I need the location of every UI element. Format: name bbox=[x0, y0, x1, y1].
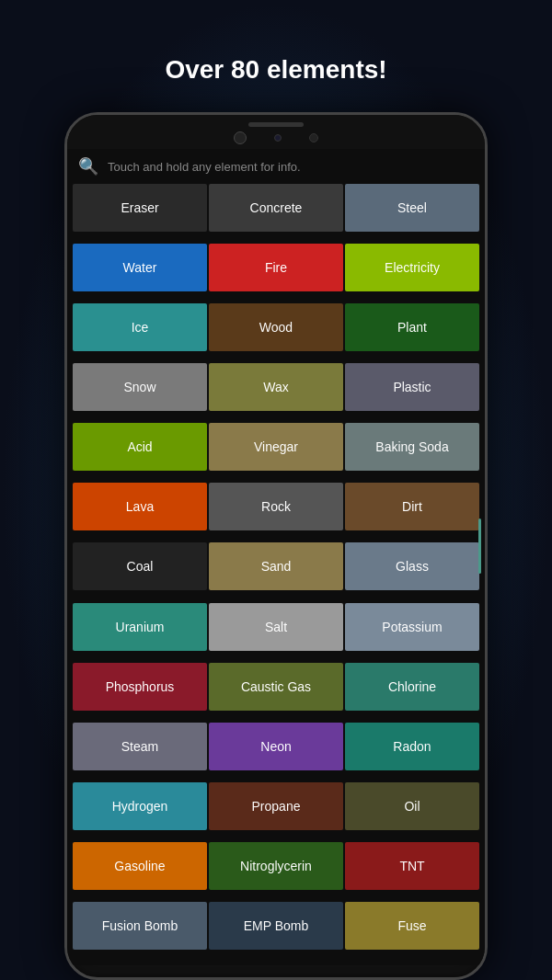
element-cell[interactable]: Eraser bbox=[73, 184, 207, 232]
phone-frame: 🔍 Touch and hold any element for info. E… bbox=[64, 112, 488, 980]
element-cell[interactable]: Dirt bbox=[345, 483, 479, 530]
element-cell[interactable]: Caustic Gas bbox=[209, 663, 343, 711]
element-cell[interactable]: Plant bbox=[345, 303, 479, 351]
notch-pill bbox=[248, 122, 304, 127]
element-cell[interactable]: Glass bbox=[345, 542, 479, 590]
element-cell[interactable]: Neon bbox=[209, 723, 343, 770]
element-cell[interactable]: Rock bbox=[209, 483, 343, 530]
speaker-dot bbox=[309, 133, 318, 142]
element-cell[interactable]: Nitroglycerin bbox=[209, 842, 343, 890]
element-cell[interactable]: Propane bbox=[209, 782, 343, 830]
element-cell[interactable]: Chlorine bbox=[345, 663, 479, 711]
phone-content: 🔍 Touch and hold any element for info. E… bbox=[67, 149, 485, 965]
camera-left bbox=[234, 131, 247, 144]
element-cell[interactable]: Fusion Bomb bbox=[73, 902, 207, 950]
element-cell[interactable]: Phosphorus bbox=[73, 663, 207, 711]
scrollbar-indicator[interactable] bbox=[478, 518, 481, 574]
element-cell[interactable]: Coal bbox=[73, 542, 207, 590]
element-cell[interactable]: Salt bbox=[209, 603, 343, 651]
element-cell[interactable]: Electricity bbox=[345, 244, 479, 291]
element-cell[interactable]: Vinegar bbox=[209, 423, 343, 471]
elements-grid: EraserConcreteSteelWaterFireElectricityI… bbox=[67, 184, 485, 965]
element-cell[interactable]: EMP Bomb bbox=[209, 902, 343, 950]
element-cell[interactable]: Gasoline bbox=[73, 842, 207, 890]
element-cell[interactable]: Sand bbox=[209, 542, 343, 590]
front-sensor bbox=[274, 134, 282, 142]
element-cell[interactable]: Baking Soda bbox=[345, 423, 479, 471]
search-bar[interactable]: 🔍 Touch and hold any element for info. bbox=[67, 149, 485, 184]
element-cell[interactable]: Acid bbox=[73, 423, 207, 471]
search-icon: 🔍 bbox=[78, 156, 98, 177]
element-cell[interactable]: Steel bbox=[345, 184, 479, 232]
element-cell[interactable]: Fuse bbox=[345, 902, 479, 950]
element-cell[interactable]: Oil bbox=[345, 782, 479, 830]
element-cell[interactable]: Concrete bbox=[209, 184, 343, 232]
element-cell[interactable]: Wax bbox=[209, 363, 343, 411]
search-hint: Touch and hold any element for info. bbox=[108, 160, 301, 174]
element-cell[interactable]: Ice bbox=[73, 303, 207, 351]
element-cell[interactable]: TNT bbox=[345, 842, 479, 890]
page-title: Over 80 elements! bbox=[165, 55, 386, 85]
element-cell[interactable]: Hydrogen bbox=[73, 782, 207, 830]
element-cell[interactable]: Plastic bbox=[345, 363, 479, 411]
element-cell[interactable]: Steam bbox=[73, 723, 207, 770]
element-cell[interactable]: Uranium bbox=[73, 603, 207, 651]
phone-notch-bar bbox=[67, 115, 485, 149]
element-cell[interactable]: Radon bbox=[345, 723, 479, 770]
phone-wrapper: 🔍 Touch and hold any element for info. E… bbox=[64, 112, 488, 980]
element-cell[interactable]: Wood bbox=[209, 303, 343, 351]
element-cell[interactable]: Lava bbox=[73, 483, 207, 530]
element-cell[interactable]: Fire bbox=[209, 244, 343, 291]
element-cell[interactable]: Water bbox=[73, 244, 207, 291]
element-cell[interactable]: Snow bbox=[73, 363, 207, 411]
element-cell[interactable]: Potassium bbox=[345, 603, 479, 651]
